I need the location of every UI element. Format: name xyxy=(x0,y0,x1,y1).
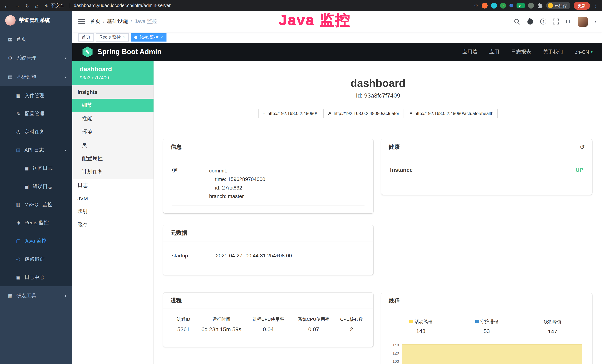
sidebar-item-dev-tools[interactable]: ▩ 研发工具 ▾ xyxy=(0,286,72,305)
update-button[interactable]: 更新 xyxy=(574,2,590,10)
metadata-card-title: 元数据 xyxy=(163,225,373,241)
back-icon[interactable]: ← xyxy=(4,3,9,8)
sidebar-item-file-mgmt[interactable]: ▧ 文件管理 xyxy=(0,86,72,105)
extension-on-badge[interactable]: on xyxy=(516,3,525,8)
sidebar-item-infrastructure[interactable]: ▤ 基础设施 ▴ xyxy=(0,67,72,86)
extension-green-icon[interactable]: ✓ xyxy=(500,3,506,9)
sidebar-item-label: Redis 监控 xyxy=(24,219,49,226)
sidebar-item-access-logs[interactable]: ▣ 访问日志 xyxy=(0,159,72,177)
sba-menu-metrics[interactable]: 性能 xyxy=(72,112,153,125)
sba-menu-environment[interactable]: 环境 xyxy=(72,125,153,139)
info-card: 信息 git commit: time: 1596289704000 id: 2… xyxy=(163,139,373,213)
sba-menu-config-props[interactable]: 配置属性 xyxy=(72,152,153,165)
extension-fox-icon[interactable] xyxy=(482,3,488,9)
sidebar-item-label: Java 监控 xyxy=(24,237,46,244)
chevron-up-icon: ▴ xyxy=(65,75,66,79)
sidebar-item-error-logs[interactable]: ▣ 错误日志 xyxy=(0,177,72,195)
bookmark-star-icon[interactable]: ☆ xyxy=(474,3,478,9)
tab-redis-monitor[interactable]: Redis 监控 × xyxy=(96,33,129,41)
app-logo[interactable]: 芋道管理系统 xyxy=(0,11,72,30)
service-url-link[interactable]: ⌂ http://192.168.0.2:48080/ xyxy=(259,109,321,118)
sidebar-item-log-center[interactable]: ▣ 日志中心 xyxy=(0,268,72,286)
threads-card: 线程 活动线程 143 守护进程 xyxy=(381,293,592,364)
insights-items: 细节 性能 环境 类 配置属性 计划任务 xyxy=(72,99,153,179)
link-text: http://192.168.0.2:48080/actuator/health xyxy=(415,111,494,116)
breadcrumb-infrastructure[interactable]: 基础设施 xyxy=(107,18,128,25)
legend-peak-threads: 线程峰值 xyxy=(544,319,561,325)
info-key: git xyxy=(172,167,209,201)
tab-java-monitor[interactable]: Java 监控 × xyxy=(131,33,166,41)
threads-legend: 活动线程 143 守护进程 53 线程峰值 xyxy=(388,318,585,334)
doc-icon: ▣ xyxy=(24,183,29,189)
instance-header[interactable]: dashboard 93a3fc7f7409 xyxy=(72,61,153,85)
sba-menu-logs[interactable]: 日志 xyxy=(72,179,153,192)
sba-nav-wallboard[interactable]: 应用墙 xyxy=(462,49,477,55)
sba-menu-scheduled-tasks[interactable]: 计划任务 xyxy=(72,165,153,179)
sidebar-item-api-logs[interactable]: ▨ API 日志 ▴ xyxy=(0,141,72,159)
info-value: commit: time: 1596289704000 id: 27aa832 … xyxy=(209,167,265,201)
infrastructure-icon: ▤ xyxy=(7,74,13,80)
close-icon[interactable]: × xyxy=(160,35,163,40)
language-selector[interactable]: zh-CN ▾ xyxy=(575,49,592,55)
profile-paused-pill[interactable]: 已暂停 xyxy=(546,2,570,9)
extension-leaf-icon[interactable] xyxy=(528,3,534,9)
browser-actions: ☆ ✓ ⁘ on 已暂停 更新 ⋮ xyxy=(474,2,599,10)
tab-home[interactable]: 首页 xyxy=(78,33,94,41)
sba-menu-caches[interactable]: 缓存 xyxy=(72,218,153,231)
address-bar[interactable]: ⚠ 不安全 dashboard.yudao.iocoder.cn/infra/a… xyxy=(44,2,474,9)
page-title: dashboard xyxy=(154,77,602,89)
sidebar-item-scheduled-jobs[interactable]: ◷ 定时任务 xyxy=(0,123,72,141)
font-size-icon[interactable]: tT xyxy=(566,19,571,24)
sidebar-item-redis-monitor[interactable]: ◈ Redis 监控 xyxy=(0,214,72,232)
sba-nav-about[interactable]: 关于我们 xyxy=(543,49,563,55)
sidebar-item-home[interactable]: ▦ 首页 xyxy=(0,30,72,49)
sba-menu-classes[interactable]: 类 xyxy=(72,139,153,152)
hamburger-icon[interactable] xyxy=(78,19,85,24)
actuator-url-link[interactable]: http://192.168.0.2:48080/actuator xyxy=(323,109,403,118)
browser-home-icon[interactable]: ⌂ xyxy=(35,3,38,8)
profile-avatar-icon xyxy=(548,3,553,8)
language-label: zh-CN xyxy=(575,49,589,55)
sba-menu-details[interactable]: 细节 xyxy=(72,99,153,112)
sba-menu-mappings[interactable]: 映射 xyxy=(72,205,153,218)
avatar-caret-icon[interactable]: ▾ xyxy=(595,20,596,23)
browser-menu-kebab-icon[interactable]: ⋮ xyxy=(593,3,599,9)
user-avatar[interactable] xyxy=(578,17,588,27)
sba-nav-applications[interactable]: 应用 xyxy=(489,49,499,55)
fullscreen-icon[interactable] xyxy=(553,19,559,24)
legend-value: 147 xyxy=(520,328,585,334)
sidebar-item-system-mgmt[interactable]: ⚙ 系统管理 ▾ xyxy=(0,49,72,67)
extension-grid-icon[interactable]: ⁘ xyxy=(509,4,513,7)
breadcrumb-separator: / xyxy=(130,19,132,24)
health-url-link[interactable]: ♥ http://192.168.0.2:48080/actuator/heal… xyxy=(406,109,498,118)
extension-drop-icon[interactable] xyxy=(491,3,497,9)
breadcrumb-home[interactable]: 首页 xyxy=(90,18,100,25)
extensions-puzzle-icon[interactable] xyxy=(537,3,543,8)
sidebar-item-mysql-monitor[interactable]: ▥ MySQL 监控 xyxy=(0,195,72,214)
sidebar-item-java-monitor[interactable]: ▢ Java 监控 xyxy=(0,232,72,250)
history-icon[interactable]: ↺ xyxy=(580,143,585,150)
tools-icon: ▩ xyxy=(7,293,13,299)
sba-menu-jvm[interactable]: JVM xyxy=(72,192,153,205)
chart-y-axis: 140 120 100 xyxy=(388,343,401,364)
active-dot xyxy=(134,36,137,39)
refresh-icon[interactable]: ↻ xyxy=(25,3,30,8)
search-icon[interactable] xyxy=(514,18,520,25)
threads-chart: 140 120 100 xyxy=(388,343,585,364)
chevron-down-icon: ▾ xyxy=(591,50,592,54)
log-icon: ▨ xyxy=(16,147,21,153)
close-icon[interactable]: × xyxy=(123,35,125,40)
forward-icon[interactable]: → xyxy=(14,3,20,8)
sidebar-item-config-mgmt[interactable]: ✎ 配置管理 xyxy=(0,105,72,123)
home-icon: ⌂ xyxy=(263,111,266,116)
java-icon: ▢ xyxy=(16,238,21,244)
stat-label: 进程ID xyxy=(168,316,199,323)
breadcrumb-separator: / xyxy=(103,19,105,24)
sba-brand-title: Spring Boot Admin xyxy=(97,48,161,56)
github-icon[interactable] xyxy=(527,18,534,25)
breadcrumb: 首页 / 基础设施 / Java 监控 xyxy=(90,18,157,25)
help-icon[interactable]: ? xyxy=(540,19,546,24)
stat-value: 0.04 xyxy=(244,326,292,332)
sba-nav-journal[interactable]: 日志报表 xyxy=(511,49,531,55)
sidebar-item-tracing[interactable]: ◎ 链路追踪 xyxy=(0,250,72,268)
